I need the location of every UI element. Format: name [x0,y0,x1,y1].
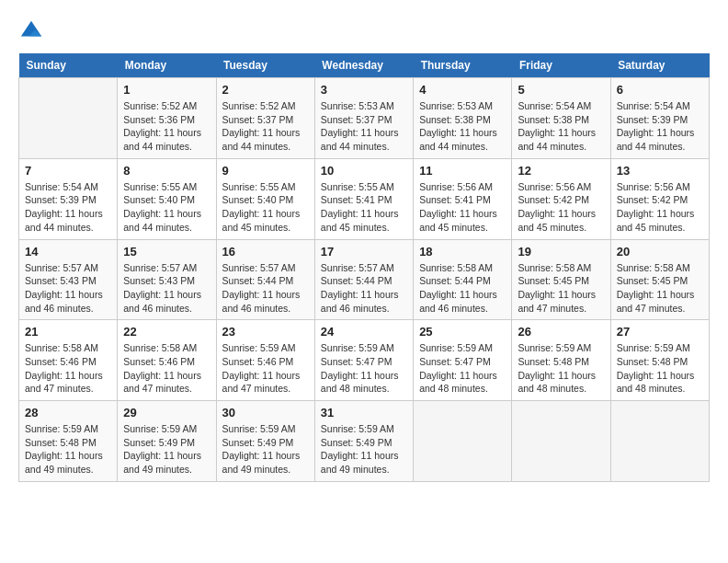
day-detail: Sunrise: 5:59 AMSunset: 5:47 PMDaylight:… [419,341,506,396]
calendar-cell [512,401,610,482]
day-number: 12 [518,164,604,178]
day-header-thursday: Thursday [414,53,512,78]
calendar-table: SundayMondayTuesdayWednesdayThursdayFrid… [18,53,710,482]
day-detail: Sunrise: 5:55 AMSunset: 5:40 PMDaylight:… [123,180,210,235]
calendar-cell [414,401,512,482]
day-number: 30 [222,406,309,419]
day-number: 1 [123,83,210,97]
day-detail: Sunrise: 5:58 AMSunset: 5:46 PMDaylight:… [25,341,111,396]
calendar-cell: 22Sunrise: 5:58 AMSunset: 5:46 PMDayligh… [118,320,216,401]
calendar-cell: 11Sunrise: 5:56 AMSunset: 5:41 PMDayligh… [414,158,512,239]
day-header-wednesday: Wednesday [314,53,413,78]
calendar-cell: 31Sunrise: 5:59 AMSunset: 5:49 PMDayligh… [314,401,413,482]
day-detail: Sunrise: 5:56 AMSunset: 5:42 PMDaylight:… [617,180,703,235]
page-header [18,18,710,44]
calendar-cell: 14Sunrise: 5:57 AMSunset: 5:43 PMDayligh… [19,239,118,320]
day-number: 21 [25,325,111,339]
logo-icon [18,18,44,44]
calendar-cell: 7Sunrise: 5:54 AMSunset: 5:39 PMDaylight… [19,158,118,239]
day-header-friday: Friday [512,53,610,78]
calendar-cell [610,401,709,482]
calendar-cell: 3Sunrise: 5:53 AMSunset: 5:37 PMDaylight… [314,78,413,159]
day-detail: Sunrise: 5:52 AMSunset: 5:36 PMDaylight:… [123,99,210,154]
day-number: 4 [419,83,506,97]
day-detail: Sunrise: 5:59 AMSunset: 5:48 PMDaylight:… [617,341,703,396]
calendar-cell: 4Sunrise: 5:53 AMSunset: 5:38 PMDaylight… [414,78,512,159]
day-detail: Sunrise: 5:53 AMSunset: 5:37 PMDaylight:… [321,99,407,154]
calendar-cell: 10Sunrise: 5:55 AMSunset: 5:41 PMDayligh… [314,158,413,239]
calendar-cell: 2Sunrise: 5:52 AMSunset: 5:37 PMDaylight… [216,78,314,159]
day-header-monday: Monday [118,53,216,78]
day-detail: Sunrise: 5:58 AMSunset: 5:46 PMDaylight:… [123,341,210,396]
day-number: 10 [321,164,407,178]
day-number: 31 [321,406,407,419]
day-number: 26 [518,325,604,339]
calendar-cell: 24Sunrise: 5:59 AMSunset: 5:47 PMDayligh… [314,320,413,401]
day-header-sunday: Sunday [19,53,118,78]
calendar-cell [19,78,118,159]
day-detail: Sunrise: 5:58 AMSunset: 5:45 PMDaylight:… [518,261,604,316]
day-detail: Sunrise: 5:57 AMSunset: 5:43 PMDaylight:… [25,261,111,316]
day-number: 7 [25,164,111,178]
week-row-2: 7Sunrise: 5:54 AMSunset: 5:39 PMDaylight… [19,158,710,239]
day-number: 25 [419,325,506,339]
day-number: 28 [25,406,111,419]
day-detail: Sunrise: 5:57 AMSunset: 5:43 PMDaylight:… [123,261,210,316]
day-detail: Sunrise: 5:52 AMSunset: 5:37 PMDaylight:… [222,99,309,154]
day-number: 16 [222,245,309,259]
day-detail: Sunrise: 5:59 AMSunset: 5:48 PMDaylight:… [25,422,111,477]
week-row-1: 1Sunrise: 5:52 AMSunset: 5:36 PMDaylight… [19,78,710,159]
day-detail: Sunrise: 5:54 AMSunset: 5:39 PMDaylight:… [25,180,111,235]
day-number: 27 [617,325,703,339]
week-row-3: 14Sunrise: 5:57 AMSunset: 5:43 PMDayligh… [19,239,710,320]
day-number: 20 [617,245,703,259]
day-detail: Sunrise: 5:59 AMSunset: 5:49 PMDaylight:… [123,422,210,477]
week-row-4: 21Sunrise: 5:58 AMSunset: 5:46 PMDayligh… [19,320,710,401]
day-number: 8 [123,164,210,178]
day-detail: Sunrise: 5:59 AMSunset: 5:49 PMDaylight:… [321,422,407,477]
calendar-cell: 29Sunrise: 5:59 AMSunset: 5:49 PMDayligh… [118,401,216,482]
day-detail: Sunrise: 5:56 AMSunset: 5:41 PMDaylight:… [419,180,506,235]
calendar-cell: 20Sunrise: 5:58 AMSunset: 5:45 PMDayligh… [610,239,709,320]
calendar-cell: 15Sunrise: 5:57 AMSunset: 5:43 PMDayligh… [118,239,216,320]
day-header-row: SundayMondayTuesdayWednesdayThursdayFrid… [19,53,710,78]
day-number: 9 [222,164,309,178]
calendar-cell: 19Sunrise: 5:58 AMSunset: 5:45 PMDayligh… [512,239,610,320]
calendar-cell: 12Sunrise: 5:56 AMSunset: 5:42 PMDayligh… [512,158,610,239]
day-detail: Sunrise: 5:54 AMSunset: 5:39 PMDaylight:… [617,99,703,154]
day-number: 29 [123,406,210,419]
day-detail: Sunrise: 5:53 AMSunset: 5:38 PMDaylight:… [419,99,506,154]
calendar-cell: 27Sunrise: 5:59 AMSunset: 5:48 PMDayligh… [610,320,709,401]
day-detail: Sunrise: 5:57 AMSunset: 5:44 PMDaylight:… [321,261,407,316]
day-number: 19 [518,245,604,259]
calendar-cell: 13Sunrise: 5:56 AMSunset: 5:42 PMDayligh… [610,158,709,239]
day-detail: Sunrise: 5:59 AMSunset: 5:48 PMDaylight:… [518,341,604,396]
day-number: 11 [419,164,506,178]
calendar-cell: 1Sunrise: 5:52 AMSunset: 5:36 PMDaylight… [118,78,216,159]
day-number: 15 [123,245,210,259]
day-detail: Sunrise: 5:59 AMSunset: 5:49 PMDaylight:… [222,422,309,477]
day-detail: Sunrise: 5:54 AMSunset: 5:38 PMDaylight:… [518,99,604,154]
day-number: 24 [321,325,407,339]
calendar-cell: 17Sunrise: 5:57 AMSunset: 5:44 PMDayligh… [314,239,413,320]
calendar-cell: 26Sunrise: 5:59 AMSunset: 5:48 PMDayligh… [512,320,610,401]
day-number: 18 [419,245,506,259]
day-number: 22 [123,325,210,339]
day-number: 2 [222,83,309,97]
day-header-tuesday: Tuesday [216,53,314,78]
day-detail: Sunrise: 5:59 AMSunset: 5:47 PMDaylight:… [321,341,407,396]
calendar-cell: 18Sunrise: 5:58 AMSunset: 5:44 PMDayligh… [414,239,512,320]
day-number: 6 [617,83,703,97]
day-detail: Sunrise: 5:58 AMSunset: 5:45 PMDaylight:… [617,261,703,316]
calendar-cell: 9Sunrise: 5:55 AMSunset: 5:40 PMDaylight… [216,158,314,239]
day-detail: Sunrise: 5:55 AMSunset: 5:40 PMDaylight:… [222,180,309,235]
calendar-cell: 6Sunrise: 5:54 AMSunset: 5:39 PMDaylight… [610,78,709,159]
day-number: 14 [25,245,111,259]
day-number: 5 [518,83,604,97]
calendar-cell: 8Sunrise: 5:55 AMSunset: 5:40 PMDaylight… [118,158,216,239]
day-number: 3 [321,83,407,97]
calendar-cell: 21Sunrise: 5:58 AMSunset: 5:46 PMDayligh… [19,320,118,401]
day-detail: Sunrise: 5:59 AMSunset: 5:46 PMDaylight:… [222,341,309,396]
day-detail: Sunrise: 5:56 AMSunset: 5:42 PMDaylight:… [518,180,604,235]
logo [18,18,48,44]
